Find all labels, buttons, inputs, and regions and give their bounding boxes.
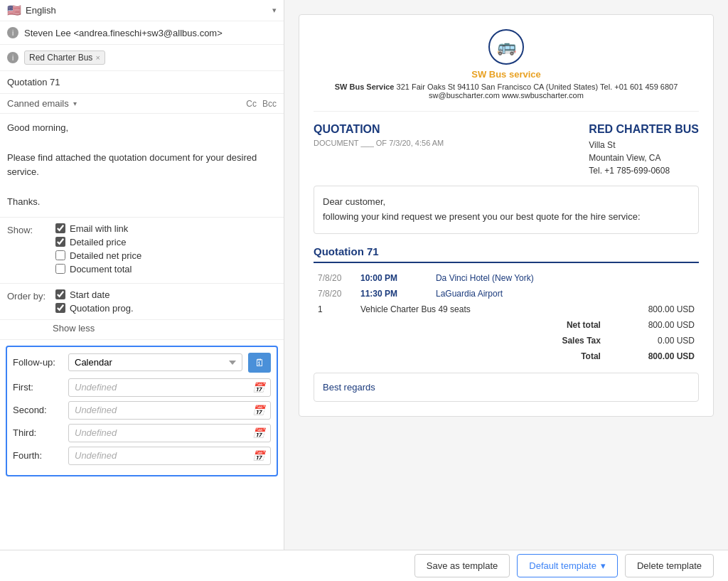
show-row: Show: Email with link Detailed price Det… (7, 223, 277, 274)
start-date-checkbox[interactable] (55, 289, 65, 299)
second-date-input[interactable]: Undefined 📅 (68, 401, 271, 420)
client-name: RED CHARTER BUS (589, 123, 699, 136)
cc-bcc-area: Cc Bcc (246, 99, 277, 109)
detailed-price-label: Detailed price (70, 237, 127, 247)
item-desc: Vehicle Charter Bus 49 seats (356, 302, 608, 317)
body-line3: Thanks. (7, 195, 277, 210)
trip1-date: 7/8/20 (314, 270, 356, 286)
show-checkboxes: Email with link Detailed price Detailed … (55, 223, 141, 274)
net-total-label: Net total (314, 317, 608, 333)
followup-select[interactable]: Calendar Email Phone (68, 353, 242, 371)
show-email-link[interactable]: Email with link (55, 223, 141, 234)
company-name: SW Bus service (314, 69, 699, 80)
total-value: 800.00 USD (608, 348, 699, 364)
third-date-input[interactable]: Undefined 📅 (68, 424, 271, 442)
company-website: sw@buscharter.com www.swbuscharter.com (314, 91, 699, 100)
trip1-time: 10:00 PM (356, 270, 432, 286)
bottom-bar: Save as template Default template ▾ Dele… (0, 550, 728, 581)
calendar-action-button[interactable]: 🗓 (248, 353, 271, 373)
trip1-price (608, 270, 699, 286)
third-date-calendar-icon[interactable]: 📅 (252, 427, 264, 439)
second-date-calendar-icon[interactable]: 📅 (252, 405, 264, 416)
canned-arrow-icon[interactable]: ▾ (73, 100, 77, 107)
client-tel: Tel. +1 785-699-0608 (589, 164, 699, 177)
order-row: Order by: Start date Quotation prog. (7, 289, 277, 314)
intro-box: Dear customer, following your kind reque… (314, 186, 699, 234)
net-total-value: 800.00 USD (608, 317, 699, 333)
document-total-checkbox[interactable] (55, 264, 65, 274)
second-date-row: Second: Undefined 📅 (13, 401, 271, 420)
first-date-label: First: (13, 382, 63, 393)
quot-prog-label: Quotation prog. (70, 303, 134, 314)
order-quot-prog[interactable]: Quotation prog. (55, 303, 134, 314)
canned-label[interactable]: Canned emails (7, 98, 69, 109)
trip2-time: 11:30 PM (356, 286, 432, 302)
save-template-button[interactable]: Save as template (414, 554, 510, 577)
quotation-left: QUOTATION DOCUMENT ___ OF 7/3/20, 4:56 A… (314, 123, 444, 177)
show-detailed-price[interactable]: Detailed price (55, 237, 141, 247)
item-row-1: 1 Vehicle Charter Bus 49 seats 800.00 US… (314, 302, 699, 317)
show-detailed-net-price[interactable]: Detailed net price (55, 250, 141, 261)
tag-close-icon[interactable]: × (95, 53, 100, 62)
trip1-location: Da Vinci Hotel (New York) (432, 270, 608, 286)
from-email: Steven Lee <andrea.fineschi+sw3@allbus.c… (24, 28, 223, 38)
quot-prog-checkbox[interactable] (55, 303, 65, 313)
intro-line2: following your kind request we present y… (323, 210, 690, 225)
quotation-table: 7/8/20 10:00 PM Da Vinci Hotel (New York… (314, 270, 699, 364)
right-panel: 🚌 SW Bus service SW Bus Service 321 Fair… (284, 0, 728, 581)
show-label: Show: (7, 225, 50, 235)
company-address: SW Bus Service 321 Fair Oaks St 94110 Sa… (314, 82, 699, 91)
order-start-date[interactable]: Start date (55, 289, 134, 300)
fourth-date-calendar-icon[interactable]: 📅 (252, 450, 264, 462)
tag-label: Red Charter Bus (29, 53, 92, 63)
body-line2: Please find attached the quotation docum… (7, 151, 277, 181)
body-line1: Good morning, (7, 121, 277, 136)
subject-text: Quotation 71 (7, 77, 60, 87)
followup-row: Follow-up: Calendar Email Phone 🗓 (13, 353, 271, 373)
first-date-input[interactable]: Undefined 📅 (68, 378, 271, 397)
email-link-label: Email with link (70, 223, 128, 234)
email-body: Good morning, Please find attached the q… (0, 114, 284, 218)
sales-tax-label: Sales Tax (314, 333, 608, 348)
delete-template-button[interactable]: Delete template (625, 554, 714, 577)
bcc-button[interactable]: Bcc (262, 99, 277, 109)
left-scroll-area: i Steven Lee <andrea.fineschi+sw3@allbus… (0, 21, 284, 581)
to-info-icon: i (7, 52, 18, 63)
email-link-checkbox[interactable] (55, 223, 65, 233)
trip2-price (608, 286, 699, 302)
second-date-label: Second: (13, 405, 63, 415)
followup-label: Follow-up: (13, 357, 63, 368)
intro-line1: Dear customer, (323, 195, 690, 210)
start-date-label: Start date (70, 289, 109, 300)
order-label: Order by: (7, 291, 50, 302)
total-row: Total 800.00 USD (314, 348, 699, 364)
fourth-date-placeholder: Undefined (75, 450, 117, 461)
detailed-net-price-checkbox[interactable] (55, 250, 65, 260)
detailed-net-price-label: Detailed net price (70, 250, 141, 261)
detailed-price-checkbox[interactable] (55, 237, 65, 247)
client-city: Mountain View, CA (589, 151, 699, 164)
default-template-button[interactable]: Default template ▾ (517, 554, 618, 577)
client-address: Villa St Mountain View, CA Tel. +1 785-6… (589, 139, 699, 177)
trip-row-2: 7/8/20 11:30 PM LaGuardia Airport (314, 286, 699, 302)
show-document-total[interactable]: Document total (55, 264, 141, 274)
quotation-right: RED CHARTER BUS Villa St Mountain View, … (589, 123, 699, 177)
document-total-label: Document total (70, 264, 132, 274)
company-addr-detail: 321 Fair Oaks St 94110 San Francisco CA … (397, 82, 678, 91)
language-label: English (26, 5, 268, 16)
show-less-link[interactable]: Show less (0, 320, 284, 340)
first-date-calendar-icon[interactable]: 📅 (252, 382, 264, 393)
client-street: Villa St (589, 139, 699, 151)
third-date-label: Third: (13, 427, 63, 438)
cc-button[interactable]: Cc (246, 99, 257, 109)
regards-text: Best regards (323, 382, 375, 393)
item-price: 800.00 USD (608, 302, 699, 317)
from-row: i Steven Lee <andrea.fineschi+sw3@allbus… (0, 21, 284, 45)
language-dropdown[interactable]: ▾ (272, 6, 277, 15)
fourth-date-row: Fourth: Undefined 📅 (13, 447, 271, 465)
sales-tax-value: 0.00 USD (608, 333, 699, 348)
trip2-location: LaGuardia Airport (432, 286, 608, 302)
quotation-title: QUOTATION (314, 123, 444, 136)
fourth-date-input[interactable]: Undefined 📅 (68, 447, 271, 465)
order-section: Order by: Start date Quotation prog. (0, 284, 284, 320)
